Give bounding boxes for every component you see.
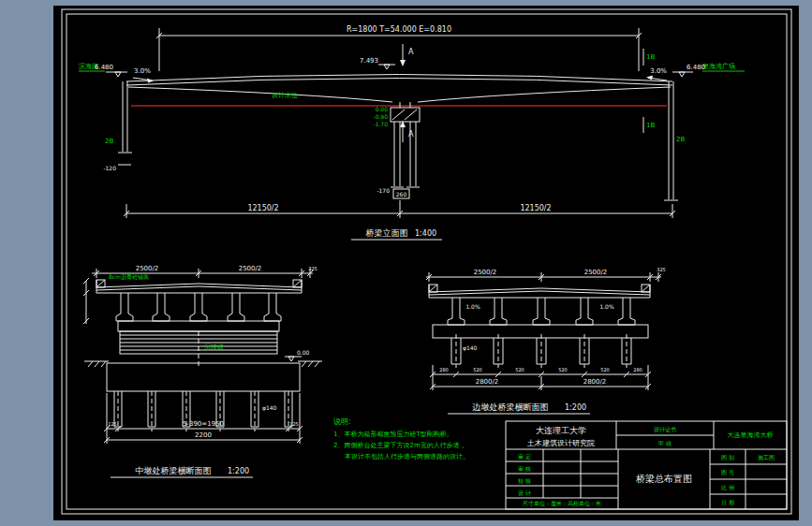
notes-line-1: 1、本桥为箱形截面预应力砼T型刚构桥。: [333, 430, 453, 438]
mid-section-scale: 1:200: [228, 467, 249, 475]
org-name-line2: 土木建筑设计研究院: [526, 439, 595, 447]
role-label-0: 审 定: [518, 453, 531, 460]
elevation-scale: 1:400: [415, 229, 436, 238]
info-label-2: 比 例: [721, 484, 734, 491]
cad-drawing: R=1800 T=54.000 E=0.810 设计水位 滨海路 6.480 3…: [0, 0, 812, 526]
side-slope-right: 1.0%: [599, 303, 614, 310]
org-name-line1: 大连理工大学: [536, 426, 586, 435]
side-dim-b3: 520: [558, 367, 568, 373]
drawing-title: 桥梁总布置图: [635, 474, 692, 484]
side-slope-left: 1.0%: [465, 303, 480, 310]
mid-dim-edge: 325: [308, 266, 317, 271]
cert-value: 甲 级: [658, 440, 672, 446]
section-a-bottom-label: A: [408, 130, 414, 139]
mid-edge-dim-right: 125: [289, 421, 299, 427]
project-name: 大连星海湾大桥: [728, 431, 774, 439]
pier-elevation-3: -1.70: [373, 121, 388, 127]
side-dim-left: 2500/2: [474, 269, 497, 276]
side-total-dim-right: 2800/2: [583, 378, 607, 386]
cert-label: 设计证书: [654, 426, 676, 432]
side-dim-b2: 520: [515, 367, 524, 373]
side-dim-right: 2500/2: [584, 269, 608, 276]
pier-elevation-1: 0.00: [376, 106, 389, 112]
elevation-left: 6.480: [95, 64, 113, 71]
notes-line-3: 本设计不包括人行步道与两侧道路的设计。: [345, 453, 469, 460]
mid-dim-right: 2500/2: [239, 265, 262, 272]
elevation-right: 6.480: [687, 64, 705, 71]
section-a-top-label: A: [408, 48, 414, 56]
span-dim-left: 12150/2: [247, 204, 278, 212]
side-total-dim-left: 2800/2: [476, 378, 499, 386]
abutment-tip-elevation: -120: [103, 165, 116, 171]
section-1b-top-label: 1B: [646, 53, 655, 61]
pavement-note: 8cm沥青砼铺装: [109, 273, 149, 281]
section-1b-mid-label: 1B: [646, 122, 655, 129]
notes-heading: 说明:: [333, 417, 351, 426]
span-dim-right: 12150/2: [520, 204, 551, 212]
side-dim-b1: 520: [473, 367, 482, 373]
water-level-label: 设计水位: [272, 92, 298, 99]
center-elevation: 7.493: [360, 57, 378, 65]
section-2b-right-label: 2B: [676, 136, 685, 143]
side-dim-edge: 325: [657, 267, 666, 272]
doc-type-value: 施工图: [758, 454, 775, 461]
curve-params: R=1800 T=54.000 E=0.810: [347, 25, 451, 34]
mid-pile-spacing-dim: 5-390=1950: [183, 420, 224, 428]
side-dim-b0: 280: [439, 367, 449, 373]
pile-tip-elevation: -170: [376, 187, 390, 194]
slope-right-label: 3.0%: [650, 67, 667, 75]
elevation-title-text: 桥梁立面图: [366, 228, 408, 238]
settlement-joint-label: 沉降缝: [204, 343, 224, 351]
cad-viewport[interactable]: R=1800 T=54.000 E=0.810 设计水位 滨海路 6.480 3…: [0, 0, 812, 526]
side-dim-b4: 520: [600, 367, 610, 373]
role-label-3: 设 计: [518, 489, 531, 496]
side-dim-b5: 280: [633, 367, 642, 373]
units-note: 尺寸单位：厘米；高程单位：米: [523, 500, 601, 506]
info-label-1: 图 号: [721, 469, 734, 476]
slope-left-label: 3.0%: [134, 67, 151, 75]
role-label-1: 审 核: [518, 465, 531, 472]
pile-box-dimension: 260: [396, 191, 407, 197]
road-label-right: 星海湾广场: [702, 63, 735, 70]
info-label-3: 日 期: [721, 499, 734, 506]
info-label-0: 图 别: [721, 454, 734, 461]
mid-edge-dim-left: 125: [108, 421, 117, 427]
mid-dim-left: 2500/2: [136, 265, 159, 272]
mid-total-dim: 2200: [195, 431, 212, 439]
side-pile-diameter: φ140: [463, 344, 478, 352]
zero-elevation: 0.00: [297, 349, 310, 356]
role-label-2: 校 核: [517, 477, 531, 484]
section-2b-left-label: 2B: [105, 138, 113, 145]
pier-elevation-2: -0.90: [373, 113, 388, 120]
notes-line-2: 2、两侧桥台处主梁下方设2m宽的人行步道，: [333, 441, 466, 449]
side-section-scale: 1:200: [565, 403, 586, 412]
side-section-title-text: 边墩处桥梁横断面图: [473, 402, 549, 412]
mid-pile-diameter: φ140: [262, 404, 277, 412]
mid-section-title-text: 中墩处桥梁横断面图: [136, 466, 212, 475]
